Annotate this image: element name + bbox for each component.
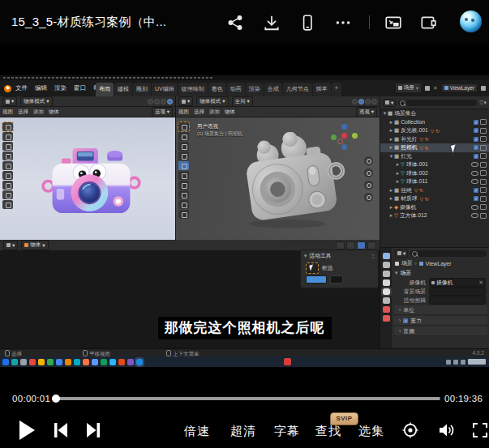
taskbar-app-icon[interactable] — [11, 359, 18, 365]
quality-button[interactable]: 超清 — [230, 424, 256, 439]
properties-tab-icon[interactable] — [383, 262, 390, 268]
workspace-tab[interactable]: 脚本 — [313, 83, 331, 96]
overlay-toggle-icon[interactable] — [357, 241, 366, 250]
taskbar-app-icon[interactable] — [2, 359, 9, 365]
tool-button[interactable] — [2, 200, 13, 209]
shading-mode-icon[interactable] — [358, 99, 364, 105]
eye-icon[interactable] — [471, 162, 478, 167]
expand-arrow-icon[interactable]: ▸ — [388, 195, 394, 202]
eye-icon[interactable] — [471, 213, 478, 218]
new-scene-icon[interactable] — [425, 86, 430, 91]
grid-toggle-icon[interactable] — [364, 193, 373, 202]
tool-button[interactable] — [178, 181, 189, 190]
fullscreen-button[interactable] — [473, 415, 487, 446]
taskbar-app-icon[interactable] — [56, 359, 62, 365]
screen-record-button[interactable] — [402, 415, 418, 446]
outliner-row[interactable]: ▸▽球体.001 — [380, 160, 489, 169]
clear-icon[interactable]: ✕ — [478, 279, 483, 286]
expand-arrow-icon[interactable]: ▸ — [388, 119, 394, 126]
system-tray[interactable] — [446, 359, 486, 365]
expand-arrow-icon[interactable]: ▸ — [395, 170, 401, 177]
tool-button[interactable] — [178, 161, 189, 170]
tool-button[interactable] — [2, 171, 13, 180]
checkbox-icon[interactable]: ✓ — [474, 154, 478, 159]
viewport-rendered[interactable] — [0, 117, 175, 240]
outliner-search-input[interactable] — [398, 100, 477, 106]
outliner-row[interactable]: ▾▦场景集合 — [380, 109, 489, 118]
taskbar-app-icon[interactable] — [101, 359, 107, 365]
episodes-button[interactable]: 选集 — [358, 424, 384, 439]
outliner-row[interactable]: ▸▽球体.002 — [380, 169, 489, 178]
taskbar-app-icon[interactable] — [20, 359, 27, 365]
scene-selector[interactable]: 场景▾ — [395, 83, 422, 93]
taskbar-app-icon[interactable] — [127, 359, 134, 365]
shading-mode-icon[interactable] — [161, 99, 166, 105]
expand-arrow-icon[interactable]: ▾ — [382, 110, 388, 117]
user-avatar[interactable] — [460, 11, 482, 32]
workspace-tab[interactable]: 建模 — [114, 83, 132, 96]
tool-button[interactable] — [178, 132, 189, 141]
taskbar-app-icon[interactable] — [136, 359, 143, 365]
shading-mode-icon[interactable] — [365, 99, 371, 105]
viewport-right-mode-dropdown[interactable]: 物体模式 ▾ — [196, 96, 228, 107]
tool-button[interactable] — [178, 122, 189, 131]
tool-button[interactable] — [178, 200, 189, 209]
viewport-menu-item[interactable]: 添加 — [33, 109, 44, 116]
screen-icon[interactable] — [480, 119, 487, 125]
share-icon[interactable] — [226, 14, 244, 32]
shading-mode-icon[interactable] — [371, 99, 377, 105]
tool-button[interactable] — [2, 132, 13, 141]
options-icon[interactable] — [367, 241, 376, 250]
zoom-icon[interactable] — [364, 156, 373, 165]
camera-render-icon[interactable] — [480, 213, 487, 219]
viewport-menu-item[interactable]: 视图 — [2, 109, 13, 116]
progress-knob[interactable] — [52, 395, 60, 403]
workspace-tab[interactable]: 纹理绘制 — [178, 83, 208, 96]
subtitles-button[interactable]: 字幕 — [274, 424, 300, 439]
property-value-input[interactable] — [429, 287, 486, 296]
shading-mode-icon[interactable] — [148, 99, 153, 105]
outliner-filter-icon[interactable]: ▽▾ — [479, 100, 487, 106]
expand-arrow-icon[interactable]: ▸ — [388, 136, 394, 143]
workspace-tab[interactable]: 合成 — [264, 83, 282, 96]
tool-button[interactable] — [178, 171, 189, 180]
outliner-row[interactable]: ▾▦灯光✓ — [380, 152, 489, 161]
property-value-input[interactable] — [429, 296, 486, 305]
eye-icon[interactable] — [471, 171, 478, 176]
blender-menu-item[interactable]: 文件 — [15, 84, 28, 92]
mini-window-icon[interactable] — [419, 14, 437, 32]
viewport-left-options[interactable]: 选项 ▾ — [152, 107, 173, 117]
editor-type-icon[interactable]: ▾ — [3, 241, 18, 250]
checkbox-icon[interactable]: ✓ — [474, 145, 478, 150]
screen-icon[interactable] — [480, 153, 487, 159]
checkbox-icon[interactable]: ✓ — [474, 188, 478, 193]
speed-button[interactable]: 倍速 — [184, 424, 210, 439]
expand-arrow-icon[interactable]: ▸ — [388, 127, 394, 134]
eye-icon[interactable] — [471, 179, 478, 184]
outliner-row[interactable]: ▸◆摄像机 — [380, 203, 489, 212]
eye-icon[interactable] — [471, 205, 478, 210]
progress-bar[interactable] — [52, 397, 440, 400]
workspace-tab[interactable]: 动画 — [227, 83, 245, 96]
workspace-tab[interactable]: 着色 — [208, 83, 226, 96]
taskbar-app-icon[interactable] — [38, 359, 45, 365]
properties-tab-icon[interactable] — [383, 306, 390, 313]
snap-icon[interactable] — [346, 241, 355, 250]
taskbar-app-icon[interactable] — [47, 359, 54, 365]
properties-tab-icon[interactable] — [383, 315, 390, 322]
viewport-left-mode-dropdown[interactable]: 物体模式 ▾ — [20, 96, 52, 107]
blender-logo-icon[interactable] — [4, 85, 11, 92]
workspace-tab[interactable]: + — [332, 83, 341, 96]
checkbox-icon[interactable]: ✓ — [474, 196, 478, 201]
camera-render-icon[interactable] — [480, 162, 487, 168]
expand-arrow-icon[interactable]: ▸ — [388, 204, 394, 211]
editor-type-icon[interactable]: ▾ — [2, 96, 17, 106]
close-scene-icon[interactable]: ✕ — [433, 85, 438, 92]
tool-button[interactable] — [2, 122, 13, 131]
properties-tab-icon[interactable] — [383, 253, 390, 259]
outliner-row[interactable]: ▸▦照相机▽ ↻✓ — [380, 143, 489, 152]
expand-arrow-icon[interactable]: ▸ — [388, 144, 394, 151]
taskbar-app-icon[interactable] — [65, 359, 71, 365]
taskbar-app-icon[interactable] — [92, 359, 98, 365]
expand-arrow-icon[interactable]: ▸ — [388, 212, 394, 219]
